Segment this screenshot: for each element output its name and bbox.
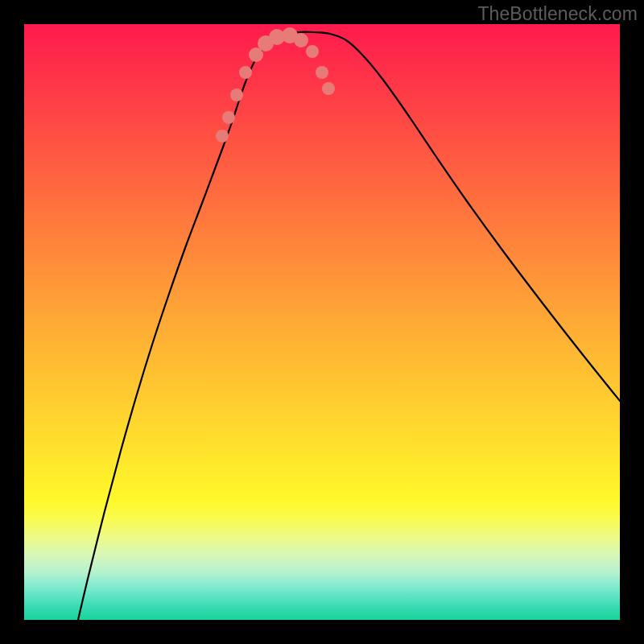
curve-marker bbox=[322, 82, 335, 95]
curve-marker bbox=[306, 45, 319, 58]
curve-marker bbox=[230, 89, 243, 101]
curve-marker bbox=[294, 33, 308, 47]
curve-marker bbox=[216, 130, 229, 142]
curve-svg bbox=[24, 24, 620, 620]
curve-markers bbox=[216, 27, 335, 142]
curve-marker bbox=[239, 66, 252, 79]
curve-marker bbox=[222, 111, 235, 124]
chart-container: TheBottleneck.com bbox=[0, 0, 644, 644]
bottleneck-curve bbox=[78, 32, 620, 620]
watermark-text: TheBottleneck.com bbox=[477, 3, 638, 25]
plot-area bbox=[24, 24, 620, 620]
curve-marker bbox=[316, 66, 328, 79]
